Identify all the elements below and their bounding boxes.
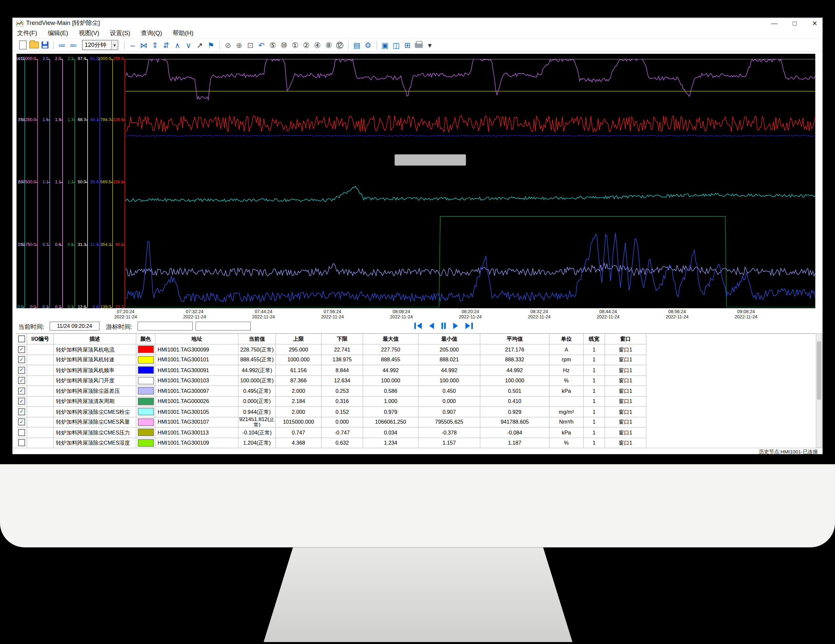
current-time-label: 当前时间: [18,323,44,331]
close-button[interactable]: ✕ [811,19,819,27]
pause-button[interactable] [442,322,446,329]
cell-min: 1.157 [419,438,480,448]
shift-up-icon[interactable]: ∧ [172,40,183,50]
menu-item-2[interactable]: 视图(V) [79,29,99,37]
save-icon[interactable] [39,40,50,50]
table-row[interactable]: ✓转炉加料跨屋顶除尘CMES风量HMI1001.TAG300107921451.… [16,417,816,428]
history-node-status: 历史节点:HMI1001-已连接 [759,449,818,456]
row-checkbox[interactable]: ✓ [18,346,25,353]
maximize-button[interactable]: □ [790,19,799,27]
fit-view-icon[interactable]: ⊡ [245,40,256,50]
tag-list-icon[interactable]: ≔ [57,40,68,50]
row-checkbox[interactable]: ✓ [18,419,25,426]
cell-max: 1066061.250 [363,417,419,428]
row-checkbox[interactable]: ✓ [18,388,25,394]
cell-window: 窗口1 [605,345,647,355]
step-forward-button[interactable] [453,322,458,329]
title-bar: TrendView-Main [转炉除尘] — □ ✕ [13,18,822,28]
marker-flag-icon[interactable]: ⚑ [205,40,216,50]
table-row[interactable]: 转炉加料跨屋顶除尘CMES湿度HMI1001.TAG3001091.204(正常… [16,438,816,448]
y-axis-8-tick-label: 295.0 [113,57,123,61]
minimize-button[interactable]: — [770,19,778,27]
select-all-checkbox[interactable] [18,336,25,342]
cell-window: 窗口1 [605,417,647,428]
layout-single-icon[interactable]: ▣ [379,40,391,50]
expand-horizontal-icon[interactable]: ⇔ [127,40,138,50]
compress-horizontal-icon[interactable]: ⋈ [138,40,149,50]
trend-series-2 [126,116,816,132]
expand-vertical-icon[interactable]: ⇕ [149,40,160,50]
cell-color [136,438,156,448]
preset-12h-icon[interactable]: ⑫ [334,40,345,50]
preset-2h-icon[interactable]: ② [301,40,312,50]
cell-max: 0.979 [363,407,419,417]
row-checkbox[interactable]: ✓ [18,357,25,363]
trend-series-3 [126,135,816,136]
data-panel-icon[interactable]: ▤ [351,40,362,50]
cell-unit: % [550,376,584,386]
settings-gear-icon[interactable]: ⚙ [362,40,374,50]
cursor-time-input-2[interactable] [195,322,251,331]
column-header-9: 最小值 [419,334,480,344]
table-row[interactable]: ✓转炉加料跨屋顶风机转速HMI1001.TAG300101888.455(正常)… [16,355,816,365]
row-checkbox[interactable] [18,440,25,446]
new-file-icon[interactable] [17,40,28,50]
current-time-input[interactable] [50,322,100,331]
zoom-icon[interactable]: ⊕ [234,40,245,50]
cell-avg: 1.187 [481,438,550,448]
cell-avg: 0.410 [481,396,550,407]
cell-line_width: 1 [584,417,605,428]
print-options-caret[interactable]: ▾ [424,40,435,50]
table-scrollbar[interactable] [816,333,822,448]
preset-5min-icon[interactable]: ⑤ [267,40,278,50]
table-row[interactable]: ✓转炉加料跨屋顶风机频率HMI1001.TAG30009144.992(正常)6… [16,365,816,376]
scrollbar-thumb[interactable] [817,341,821,400]
column-header-3: 颜色 [136,334,156,344]
preset-1h-icon[interactable]: ① [289,40,301,50]
disable-cursor-icon[interactable]: ⊘ [223,40,234,50]
cursor-time-input[interactable] [137,322,193,331]
color-swatch [138,367,154,374]
cell-window: 窗口1 [605,355,647,365]
row-checkbox[interactable] [18,429,25,436]
open-file-icon[interactable] [28,40,39,50]
cell-io [27,355,54,365]
skip-to-end-button[interactable] [465,322,473,329]
menu-item-3[interactable]: 设置(S) [110,29,130,37]
trend-plot[interactable] [126,59,816,307]
menu-item-4[interactable]: 查询(Q) [141,29,162,37]
row-checkbox[interactable]: ✓ [18,377,25,384]
layout-split-icon[interactable]: ◫ [391,40,402,50]
table-row[interactable]: ✓转炉加料跨屋顶除尘器差压HMI1001.TAG3000970.495(正常)2… [16,386,816,396]
skip-to-start-button[interactable] [414,322,422,329]
step-back-button[interactable] [429,322,434,329]
color-swatch [138,419,154,426]
x-axis-labels: 07:20:242022-11-2407:32:242022-11-2407:4… [16,308,816,320]
preset-4h-icon[interactable]: ④ [312,40,323,50]
menu-item-5[interactable]: 帮助(H) [173,29,193,37]
menu-item-1[interactable]: 编辑(E) [48,29,68,37]
table-row[interactable]: ✓转炉加料跨屋顶清灰周期HMI1001.TAG0000260.000(正常)2.… [16,396,816,407]
pointer-cursor-icon[interactable]: ↗ [194,40,205,50]
row-checkbox[interactable]: ✓ [18,398,25,405]
cell-addr: HMI1001.TAG300105 [156,407,239,417]
undo-icon[interactable]: ↶ [256,40,267,50]
time-range-select[interactable]: 120分钟▾ [82,40,118,50]
preset-8h-icon[interactable]: ⑧ [323,40,334,50]
layout-grid-icon[interactable]: ⊞ [402,40,413,50]
menu-item-0[interactable]: 文件(F) [17,29,37,37]
table-row[interactable]: ✓转炉加料跨屋顶除尘CMES粉尘HMI1001.TAG3001050.944(正… [16,407,816,417]
cell-line_width: 1 [584,345,605,355]
preset-10min-icon[interactable]: ⑩ [278,40,289,50]
row-checkbox[interactable]: ✓ [18,367,25,373]
print-icon [414,42,422,47]
chart-area[interactable]: 4.03.02.01.00.01015000.0761250.0507500.0… [16,54,816,308]
table-row[interactable]: ✓转炉加料跨屋顶风机电流HMI1001.TAG300099228.750(正常)… [16,345,816,355]
row-checkbox[interactable]: ✓ [18,408,25,415]
shift-down-icon[interactable]: ∨ [183,40,194,50]
print-icon[interactable] [413,40,424,50]
compress-vertical-icon[interactable]: ⇵ [161,40,172,50]
tag-group-icon[interactable]: ≕ [68,40,79,50]
table-row[interactable]: ✓转炉加料跨屋顶风门开度HMI1001.TAG300103100.000(正常)… [16,376,816,386]
table-row[interactable]: 转炉加料跨屋顶除尘CMES压力HMI1001.TAG300113-0.104(正… [16,428,816,438]
